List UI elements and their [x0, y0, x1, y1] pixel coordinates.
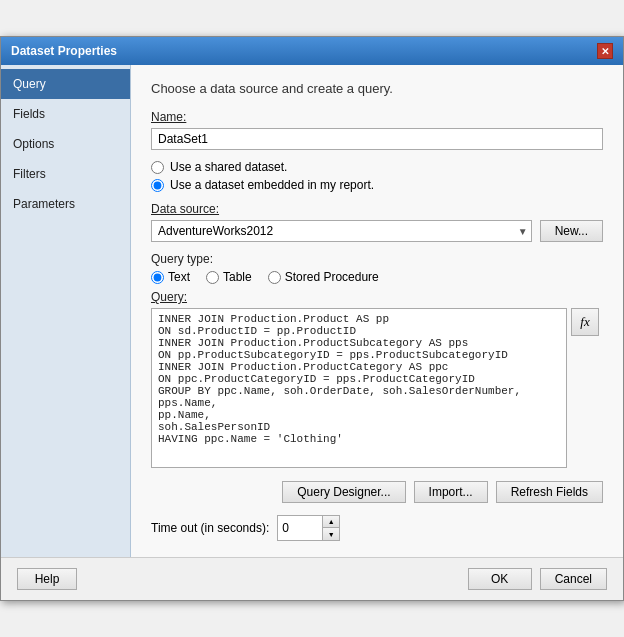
radio-type-table[interactable] — [206, 271, 219, 284]
radio-embedded-row: Use a dataset embedded in my report. — [151, 178, 603, 192]
radio-embedded-dataset[interactable] — [151, 179, 164, 192]
query-label: Query: — [151, 290, 603, 304]
radio-storedproc-label[interactable]: Stored Procedure — [268, 270, 379, 284]
datasource-select[interactable]: AdventureWorks2012 — [151, 220, 532, 242]
timeout-row: Time out (in seconds): ▲ ▼ — [151, 515, 603, 541]
cancel-button[interactable]: Cancel — [540, 568, 607, 590]
timeout-label: Time out (in seconds): — [151, 521, 269, 535]
radio-type-text[interactable] — [151, 271, 164, 284]
radio-shared-row: Use a shared dataset. — [151, 160, 603, 174]
spinner-up-button[interactable]: ▲ — [323, 516, 339, 528]
query-type-label: Query type: — [151, 252, 603, 266]
timeout-spinner: ▲ ▼ — [322, 516, 339, 540]
name-input[interactable] — [151, 128, 603, 150]
instruction-text: Choose a data source and create a query. — [151, 81, 603, 96]
query-textarea[interactable]: INNER JOIN Production.Product AS pp ON s… — [151, 308, 567, 468]
sidebar-item-query[interactable]: Query — [1, 69, 130, 99]
sidebar-item-filters[interactable]: Filters — [1, 159, 130, 189]
footer-right-buttons: OK Cancel — [468, 568, 607, 590]
radio-table-label[interactable]: Table — [206, 270, 252, 284]
datasource-select-wrapper: AdventureWorks2012 ▼ — [151, 220, 532, 242]
dataset-type-radio-group: Use a shared dataset. Use a dataset embe… — [151, 160, 603, 192]
sidebar-item-parameters[interactable]: Parameters — [1, 189, 130, 219]
action-buttons-row: Query Designer... Import... Refresh Fiel… — [151, 481, 603, 503]
new-button[interactable]: New... — [540, 220, 603, 242]
ok-button[interactable]: OK — [468, 568, 532, 590]
fx-button[interactable]: fx — [571, 308, 599, 336]
datasource-row: AdventureWorks2012 ▼ New... — [151, 220, 603, 242]
radio-type-stored-proc[interactable] — [268, 271, 281, 284]
query-section: INNER JOIN Production.Product AS pp ON s… — [151, 308, 603, 471]
dialog-title: Dataset Properties — [11, 44, 117, 58]
dialog-dataset-properties: Dataset Properties ✕ Query Fields Option… — [0, 36, 624, 601]
timeout-input[interactable] — [278, 519, 322, 537]
radio-text-label[interactable]: Text — [151, 270, 190, 284]
query-type-row: Text Table Stored Procedure — [151, 270, 603, 284]
sidebar-item-fields[interactable]: Fields — [1, 99, 130, 129]
main-content: Choose a data source and create a query.… — [131, 65, 623, 557]
timeout-input-wrapper: ▲ ▼ — [277, 515, 340, 541]
query-box-wrapper: INNER JOIN Production.Product AS pp ON s… — [151, 308, 567, 471]
spinner-down-button[interactable]: ▼ — [323, 528, 339, 540]
radio-shared-label[interactable]: Use a shared dataset. — [170, 160, 287, 174]
dialog-body: Query Fields Options Filters Parameters … — [1, 65, 623, 557]
dialog-footer: Help OK Cancel — [1, 557, 623, 600]
radio-shared-dataset[interactable] — [151, 161, 164, 174]
datasource-label: Data source: — [151, 202, 603, 216]
sidebar-item-options[interactable]: Options — [1, 129, 130, 159]
radio-embedded-label[interactable]: Use a dataset embedded in my report. — [170, 178, 374, 192]
close-button[interactable]: ✕ — [597, 43, 613, 59]
import-button[interactable]: Import... — [414, 481, 488, 503]
title-bar: Dataset Properties ✕ — [1, 37, 623, 65]
refresh-fields-button[interactable]: Refresh Fields — [496, 481, 603, 503]
sidebar: Query Fields Options Filters Parameters — [1, 65, 131, 557]
help-button[interactable]: Help — [17, 568, 77, 590]
name-label: Name: — [151, 110, 603, 124]
query-designer-button[interactable]: Query Designer... — [282, 481, 405, 503]
